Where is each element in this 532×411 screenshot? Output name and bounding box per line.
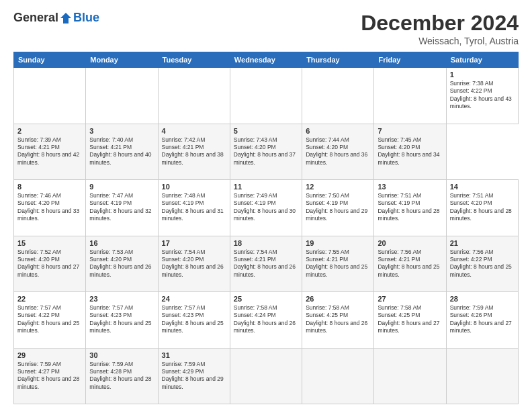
header: General Blue December 2024 Weissach, Tyr… (13, 11, 519, 46)
day-cell: 22Sunrise: 7:57 AM Sunset: 4:22 PM Dayli… (14, 292, 86, 349)
calendar-header-friday: Friday (374, 52, 446, 68)
day-number: 2 (17, 127, 82, 135)
day-number: 14 (450, 183, 515, 191)
day-detail: Sunrise: 7:49 AM Sunset: 4:19 PM Dayligh… (234, 192, 298, 223)
day-detail: Sunrise: 7:56 AM Sunset: 4:22 PM Dayligh… (450, 248, 515, 279)
empty-cell (302, 68, 374, 124)
day-detail: Sunrise: 7:56 AM Sunset: 4:21 PM Dayligh… (378, 248, 442, 279)
day-cell: 27Sunrise: 7:58 AM Sunset: 4:25 PM Dayli… (374, 292, 446, 349)
day-detail: Sunrise: 7:57 AM Sunset: 4:23 PM Dayligh… (162, 304, 226, 335)
day-cell: 20Sunrise: 7:56 AM Sunset: 4:21 PM Dayli… (374, 236, 446, 292)
day-cell: 3Sunrise: 7:40 AM Sunset: 4:21 PM Daylig… (86, 124, 158, 180)
day-cell: 10Sunrise: 7:48 AM Sunset: 4:19 PM Dayli… (158, 180, 230, 236)
day-cell: 14Sunrise: 7:51 AM Sunset: 4:20 PM Dayli… (446, 180, 518, 236)
day-number: 10 (162, 183, 226, 191)
day-number: 23 (89, 295, 154, 303)
empty-cell (374, 68, 446, 124)
logo-blue: Blue (73, 11, 99, 25)
day-number: 9 (89, 183, 154, 191)
day-cell: 18Sunrise: 7:54 AM Sunset: 4:21 PM Dayli… (230, 236, 302, 292)
day-number: 26 (306, 295, 370, 303)
day-number: 15 (17, 239, 82, 247)
calendar-header-row: SundayMondayTuesdayWednesdayThursdayFrid… (14, 52, 519, 68)
calendar-week-row: 22Sunrise: 7:57 AM Sunset: 4:22 PM Dayli… (14, 292, 519, 349)
day-number: 29 (17, 351, 82, 359)
day-number: 28 (450, 295, 515, 303)
day-cell: 16Sunrise: 7:53 AM Sunset: 4:20 PM Dayli… (86, 236, 158, 292)
day-number: 11 (234, 183, 298, 191)
day-cell: 17Sunrise: 7:54 AM Sunset: 4:20 PM Dayli… (158, 236, 230, 292)
day-detail: Sunrise: 7:39 AM Sunset: 4:21 PM Dayligh… (17, 136, 82, 167)
day-detail: Sunrise: 7:42 AM Sunset: 4:21 PM Dayligh… (162, 136, 226, 167)
empty-cell (230, 348, 302, 404)
day-detail: Sunrise: 7:59 AM Sunset: 4:26 PM Dayligh… (450, 304, 515, 335)
day-number: 30 (89, 351, 154, 359)
svg-marker-0 (60, 13, 71, 24)
day-detail: Sunrise: 7:54 AM Sunset: 4:20 PM Dayligh… (162, 248, 226, 279)
day-cell: 29Sunrise: 7:59 AM Sunset: 4:27 PM Dayli… (14, 348, 86, 404)
day-cell: 11Sunrise: 7:49 AM Sunset: 4:19 PM Dayli… (230, 180, 302, 236)
day-detail: Sunrise: 7:50 AM Sunset: 4:19 PM Dayligh… (306, 192, 370, 223)
day-detail: Sunrise: 7:59 AM Sunset: 4:27 PM Dayligh… (17, 361, 82, 392)
day-cell: 5Sunrise: 7:43 AM Sunset: 4:20 PM Daylig… (230, 124, 302, 180)
calendar-week-row: 1Sunrise: 7:38 AM Sunset: 4:22 PM Daylig… (14, 68, 519, 124)
day-detail: Sunrise: 7:54 AM Sunset: 4:21 PM Dayligh… (234, 248, 298, 279)
day-detail: Sunrise: 7:51 AM Sunset: 4:19 PM Dayligh… (378, 192, 442, 223)
page: General Blue December 2024 Weissach, Tyr… (0, 0, 532, 411)
calendar-week-row: 15Sunrise: 7:52 AM Sunset: 4:20 PM Dayli… (14, 236, 519, 292)
day-detail: Sunrise: 7:46 AM Sunset: 4:20 PM Dayligh… (17, 192, 82, 223)
day-detail: Sunrise: 7:47 AM Sunset: 4:19 PM Dayligh… (89, 192, 154, 223)
day-cell: 13Sunrise: 7:51 AM Sunset: 4:19 PM Dayli… (374, 180, 446, 236)
day-detail: Sunrise: 7:48 AM Sunset: 4:19 PM Dayligh… (162, 192, 226, 223)
calendar-week-row: 2Sunrise: 7:39 AM Sunset: 4:21 PM Daylig… (14, 124, 519, 180)
day-cell: 19Sunrise: 7:55 AM Sunset: 4:21 PM Dayli… (302, 236, 374, 292)
day-detail: Sunrise: 7:57 AM Sunset: 4:22 PM Dayligh… (17, 304, 82, 335)
calendar-header-saturday: Saturday (446, 52, 518, 68)
calendar-header-monday: Monday (86, 52, 158, 68)
logo-general: General (13, 11, 58, 25)
day-number: 4 (162, 127, 226, 135)
day-detail: Sunrise: 7:58 AM Sunset: 4:25 PM Dayligh… (306, 304, 370, 335)
day-number: 27 (378, 295, 442, 303)
empty-cell (230, 68, 302, 124)
day-cell: 28Sunrise: 7:59 AM Sunset: 4:26 PM Dayli… (446, 292, 518, 349)
day-detail: Sunrise: 7:59 AM Sunset: 4:29 PM Dayligh… (162, 361, 226, 392)
day-number: 22 (17, 295, 82, 303)
day-number: 24 (162, 295, 226, 303)
day-number: 18 (234, 239, 298, 247)
logo-text: General Blue (13, 11, 99, 25)
day-cell: 8Sunrise: 7:46 AM Sunset: 4:20 PM Daylig… (14, 180, 86, 236)
day-number: 17 (162, 239, 226, 247)
empty-cell (158, 68, 230, 124)
day-cell: 31Sunrise: 7:59 AM Sunset: 4:29 PM Dayli… (158, 348, 230, 404)
day-number: 16 (89, 239, 154, 247)
day-cell: 30Sunrise: 7:59 AM Sunset: 4:28 PM Dayli… (86, 348, 158, 404)
logo-icon (59, 11, 73, 25)
subtitle: Weissach, Tyrol, Austria (361, 36, 519, 46)
calendar-header-wednesday: Wednesday (230, 52, 302, 68)
calendar-header-tuesday: Tuesday (158, 52, 230, 68)
day-number: 19 (306, 239, 370, 247)
day-number: 5 (234, 127, 298, 135)
empty-cell (446, 348, 518, 404)
day-number: 3 (89, 127, 154, 135)
calendar-week-row: 8Sunrise: 7:46 AM Sunset: 4:20 PM Daylig… (14, 180, 519, 236)
day-number: 12 (306, 183, 370, 191)
day-number: 31 (162, 351, 226, 359)
day-number: 6 (306, 127, 370, 135)
empty-cell (302, 348, 374, 404)
day-number: 13 (378, 183, 442, 191)
day-detail: Sunrise: 7:51 AM Sunset: 4:20 PM Dayligh… (450, 192, 515, 223)
day-number: 1 (450, 71, 515, 79)
day-cell: 15Sunrise: 7:52 AM Sunset: 4:20 PM Dayli… (14, 236, 86, 292)
day-number: 25 (234, 295, 298, 303)
day-detail: Sunrise: 7:40 AM Sunset: 4:21 PM Dayligh… (89, 136, 154, 167)
calendar-header-thursday: Thursday (302, 52, 374, 68)
day-detail: Sunrise: 7:52 AM Sunset: 4:20 PM Dayligh… (17, 248, 82, 279)
day-detail: Sunrise: 7:45 AM Sunset: 4:20 PM Dayligh… (378, 136, 442, 167)
empty-cell (374, 348, 446, 404)
day-detail: Sunrise: 7:55 AM Sunset: 4:21 PM Dayligh… (306, 248, 370, 279)
day-cell: 6Sunrise: 7:44 AM Sunset: 4:20 PM Daylig… (302, 124, 374, 180)
day-number: 20 (378, 239, 442, 247)
day-cell: 4Sunrise: 7:42 AM Sunset: 4:21 PM Daylig… (158, 124, 230, 180)
